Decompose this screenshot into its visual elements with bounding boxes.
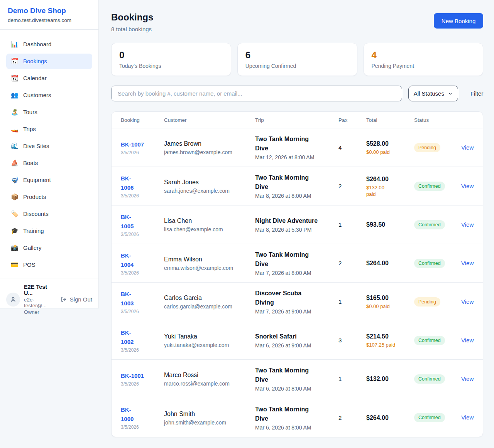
status-cell: Confirmed [414,259,461,268]
customer-name: Emma Wilson [164,255,255,263]
trip-name: Night Dive Adventure [255,216,323,226]
sidebar-item-boats[interactable]: ⛵ Boats [6,155,92,171]
customer-name: Marco Rossi [164,371,255,379]
customer-email: sarah.jones@example.com [164,188,255,194]
status-cell: Confirmed [414,413,461,422]
sidebar-item-pos[interactable]: 💳 POS [6,257,92,273]
trip-name: Two Tank Morning Dive [255,366,323,384]
status-badge: Confirmed [414,259,445,268]
calendar-icon: 📅 [11,57,19,65]
view-link[interactable]: View [461,376,474,382]
booking-link[interactable]: BK- 1005 [121,212,134,231]
total-cell: $214.50 $107.25 paid [366,332,414,348]
actions-cell: View [461,260,474,267]
status-select[interactable]: All Statuses [408,86,458,101]
status-badge: Pending [414,143,440,152]
sidebar-item-customers[interactable]: 👥 Customers [6,88,92,103]
sign-out-button[interactable]: Sign Out [61,296,92,303]
sidebar-item-dashboard[interactable]: 📊 Dashboard [6,37,92,52]
paid-amount: $132.00 paid [366,184,414,197]
sidebar-item-label: Boats [23,159,38,167]
actions-cell: View [461,298,474,305]
sidebar-item-bookings[interactable]: 📅 Bookings [6,54,92,69]
total-amount: $93.50 [366,221,414,229]
stat-value: 6 [245,50,349,61]
pax-cell: 3 [338,337,366,344]
trip-cell: Two Tank Morning Dive Mar 8, 2026 at 8:0… [255,173,338,199]
view-link[interactable]: View [461,260,474,266]
column-header-actions [461,117,474,123]
total-cell: $264.00 [366,414,414,422]
wave-icon: 🌊 [11,142,19,150]
view-link[interactable]: View [461,144,474,151]
trip-datetime: Mar 7, 2026 at 9:00 AM [255,308,323,315]
sidebar-item-training[interactable]: 🎓 Training [6,223,92,239]
total-cell: $93.50 [366,221,414,229]
view-link[interactable]: View [461,337,474,344]
view-link[interactable]: View [461,298,474,305]
table-row: BK-1001 3/5/2026 Marco Rossi marco.rossi… [112,360,483,398]
sidebar-item-calendar[interactable]: 📆 Calendar [6,71,92,86]
booking-link[interactable]: BK- 1004 [121,251,134,269]
actions-cell: View [461,414,474,421]
booking-link[interactable]: BK- 1003 [121,290,134,308]
filter-button[interactable]: Filter [470,90,483,97]
booking-cell: BK-1001 3/5/2026 [121,371,164,387]
sidebar-item-gallery[interactable]: 📸 Gallery [6,240,92,256]
actions-cell: View [461,144,474,151]
trip-name: Discover Scuba Diving [255,289,323,307]
total-cell: $528.00 $0.00 paid [366,140,414,155]
sidebar-item-trips[interactable]: 🚤 Trips [6,121,92,137]
actions-cell: View [461,183,474,190]
sidebar-item-dive-sites[interactable]: 🌊 Dive Sites [6,138,92,154]
status-cell: Pending [414,297,461,307]
booking-link[interactable]: BK- 1000 [121,405,134,424]
search-input[interactable] [111,86,402,101]
package-icon: 📦 [11,193,19,201]
view-link[interactable]: View [461,221,474,228]
sidebar-item-label: Training [23,227,44,235]
status-cell: Confirmed [414,374,461,384]
sidebar-item-tours[interactable]: 🏝️ Tours [6,104,92,120]
sidebar: Demo Dive Shop demo.test.divestreams.com… [0,0,99,308]
shop-domain: demo.test.divestreams.com [8,17,91,23]
booking-link[interactable]: BK- 1002 [121,328,134,347]
actions-cell: View [461,376,474,382]
booking-link[interactable]: BK-1001 [121,371,144,381]
stats-row: 0 Today's Bookings 6 Upcoming Confirmed … [111,43,483,76]
table-row: BK- 1002 3/5/2026 Yuki Tanaka yuki.tanak… [112,321,483,360]
column-header: Booking [121,117,164,123]
booking-cell: BK- 1002 3/5/2026 [121,328,164,353]
total-cell: $165.00 $0.00 paid [366,294,414,310]
sidebar-item-discounts[interactable]: 🏷️ Discounts [6,206,92,222]
sidebar-item-label: Dashboard [23,40,51,48]
trip-datetime: Mar 8, 2026 at 8:00 AM [255,193,323,199]
sidebar-item-label: Bookings [23,57,47,65]
user-box: E2E Test U... e2e-tester@... Owner Sign … [0,278,98,320]
customer-email: carlos.garcia@example.com [164,303,255,310]
sidebar-item-equipment[interactable]: 🤿 Equipment [6,172,92,188]
pax-cell: 2 [338,183,366,189]
island-icon: 🏝️ [11,108,19,116]
status-badge: Confirmed [414,182,445,191]
booking-link[interactable]: BK- 1006 [121,174,134,192]
total-cell: $132.00 [366,375,414,383]
page-title: Bookings [111,12,153,23]
view-link[interactable]: View [461,414,474,421]
new-booking-button[interactable]: New Booking [434,13,483,29]
sidebar-item-label: Gallery [23,244,42,252]
actions-cell: View [461,221,474,228]
stat-card: 0 Today's Bookings [111,43,231,76]
pax-cell: 2 [338,414,366,421]
trip-cell: Two Tank Morning Dive Mar 7, 2026 at 8:0… [255,250,338,276]
stat-card: 6 Upcoming Confirmed [237,43,357,76]
sidebar-item-label: Products [23,193,46,201]
view-link[interactable]: View [461,183,474,189]
booking-link[interactable]: BK-1007 [121,140,144,149]
stat-label: Upcoming Confirmed [245,63,349,69]
booking-date: 3/5/2026 [121,232,164,237]
sidebar-item-products[interactable]: 📦 Products [6,189,92,205]
stat-label: Today's Bookings [119,63,223,69]
customer-name: John Smith [164,410,255,418]
trip-datetime: Mar 6, 2026 at 8:00 AM [255,386,323,392]
